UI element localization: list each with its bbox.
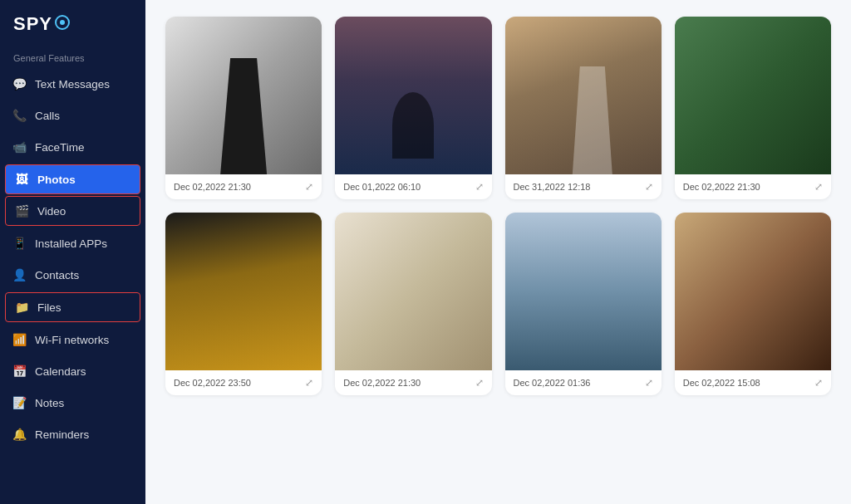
photo-thumb-6[interactable] — [335, 213, 491, 370]
photo-timestamp-2: Dec 01,2022 06:10 — [343, 182, 421, 192]
sidebar-item-facetime[interactable]: 📹FaceTime — [0, 131, 145, 163]
sidebar-items-container: 💬Text Messages📞Calls📹FaceTime🖼Photos🎬Vid… — [0, 68, 145, 450]
sidebar-item-reminders[interactable]: 🔔Reminders — [0, 418, 145, 450]
photo-timestamp-7: Dec 02,2022 01:36 — [514, 378, 591, 388]
reminders-icon: 🔔 — [12, 427, 27, 442]
main-content: Dec 02,2022 21:30⤢Dec 01,2022 06:10⤢Dec … — [145, 0, 851, 504]
sidebar-item-label-photos: Photos — [37, 174, 76, 186]
photo-expand-icon-3[interactable]: ⤢ — [645, 181, 653, 193]
photo-timestamp-1: Dec 02,2022 21:30 — [174, 182, 251, 192]
sidebar-item-photos[interactable]: 🖼Photos — [5, 164, 140, 194]
logo-text: SPY — [13, 13, 52, 35]
photo-footer-2: Dec 01,2022 06:10⤢ — [335, 174, 491, 199]
photo-footer-7: Dec 02,2022 01:36⤢ — [505, 370, 662, 395]
sidebar-item-label-wifi-networks: Wi-Fi networks — [35, 334, 109, 346]
sidebar-item-label-video: Video — [37, 205, 66, 218]
text-messages-icon: 💬 — [12, 76, 27, 91]
photos-grid: Dec 02,2022 21:30⤢Dec 01,2022 06:10⤢Dec … — [165, 17, 831, 395]
photo-card-5: Dec 02,2022 23:50⤢ — [165, 213, 322, 395]
photo-timestamp-5: Dec 02,2022 23:50 — [174, 378, 251, 388]
photo-footer-6: Dec 02,2022 21:30⤢ — [335, 370, 491, 395]
photo-expand-icon-6[interactable]: ⤢ — [475, 377, 484, 389]
sidebar-item-label-calendars: Calendars — [35, 365, 86, 378]
logo-icon — [55, 15, 70, 30]
photo-thumb-7[interactable] — [505, 213, 662, 370]
sidebar-item-label-reminders: Reminders — [35, 428, 89, 441]
photo-expand-icon-2[interactable]: ⤢ — [475, 181, 484, 193]
photo-footer-3: Dec 31,2022 12:18⤢ — [505, 174, 662, 199]
sidebar-item-label-facetime: FaceTime — [35, 141, 85, 154]
photo-card-2: Dec 01,2022 06:10⤢ — [335, 17, 491, 199]
sidebar-item-video[interactable]: 🎬Video — [5, 196, 140, 226]
photo-card-8: Dec 02,2022 15:08⤢ — [675, 213, 831, 395]
sidebar-item-label-files: Files — [37, 301, 61, 314]
photo-card-3: Dec 31,2022 12:18⤢ — [505, 17, 662, 199]
photo-expand-icon-4[interactable]: ⤢ — [814, 181, 823, 193]
photo-thumb-3[interactable] — [505, 17, 662, 174]
photo-expand-icon-8[interactable]: ⤢ — [814, 377, 823, 389]
calendars-icon: 📅 — [12, 364, 27, 379]
sidebar-item-label-notes: Notes — [35, 397, 64, 409]
sidebar-item-calendars[interactable]: 📅Calendars — [0, 355, 145, 387]
sidebar-item-contacts[interactable]: 👤Contacts — [0, 259, 145, 291]
files-icon: 📁 — [14, 300, 29, 315]
photo-footer-8: Dec 02,2022 15:08⤢ — [675, 370, 831, 395]
app-logo: SPY — [0, 0, 145, 45]
photo-card-6: Dec 02,2022 21:30⤢ — [335, 213, 491, 395]
photo-timestamp-3: Dec 31,2022 12:18 — [514, 182, 591, 192]
photo-expand-icon-1[interactable]: ⤢ — [305, 181, 313, 193]
sidebar-item-files[interactable]: 📁Files — [5, 292, 140, 322]
sidebar-item-label-contacts: Contacts — [35, 269, 79, 281]
photo-thumb-2[interactable] — [335, 17, 491, 174]
photo-timestamp-8: Dec 02,2022 15:08 — [683, 378, 760, 388]
photo-thumb-8[interactable] — [675, 213, 831, 370]
notes-icon: 📝 — [12, 395, 27, 410]
photo-thumb-1[interactable] — [165, 17, 322, 174]
photo-timestamp-4: Dec 02,2022 21:30 — [683, 182, 760, 192]
photo-card-1: Dec 02,2022 21:30⤢ — [165, 17, 322, 199]
sidebar-item-notes[interactable]: 📝Notes — [0, 387, 145, 418]
contacts-icon: 👤 — [12, 267, 27, 282]
photo-card-7: Dec 02,2022 01:36⤢ — [505, 213, 662, 395]
sidebar-item-label-installed-apps: Installed APPs — [35, 237, 107, 250]
facetime-icon: 📹 — [12, 139, 27, 154]
sidebar-section-label: General Features — [0, 45, 145, 68]
sidebar-item-calls[interactable]: 📞Calls — [0, 100, 145, 131]
calls-icon: 📞 — [12, 108, 27, 123]
photo-expand-icon-5[interactable]: ⤢ — [305, 377, 313, 389]
photo-card-4: Dec 02,2022 21:30⤢ — [675, 17, 831, 199]
sidebar-item-installed-apps[interactable]: 📱Installed APPs — [0, 228, 145, 259]
photo-timestamp-6: Dec 02,2022 21:30 — [343, 378, 421, 388]
photo-thumb-4[interactable] — [675, 17, 831, 174]
sidebar-item-label-calls: Calls — [35, 110, 60, 122]
wifi-networks-icon: 📶 — [12, 332, 27, 347]
sidebar-item-label-text-messages: Text Messages — [35, 78, 110, 91]
sidebar-item-text-messages[interactable]: 💬Text Messages — [0, 68, 145, 100]
photo-expand-icon-7[interactable]: ⤢ — [645, 377, 653, 389]
photos-icon: 🖼 — [14, 172, 29, 187]
photo-footer-1: Dec 02,2022 21:30⤢ — [165, 174, 322, 199]
photo-footer-4: Dec 02,2022 21:30⤢ — [675, 174, 831, 199]
photo-thumb-5[interactable] — [165, 213, 322, 370]
sidebar: SPY General Features 💬Text Messages📞Call… — [0, 0, 145, 504]
sidebar-item-wifi-networks[interactable]: 📶Wi-Fi networks — [0, 324, 145, 355]
video-icon: 🎬 — [14, 203, 29, 218]
installed-apps-icon: 📱 — [12, 236, 27, 251]
photo-footer-5: Dec 02,2022 23:50⤢ — [165, 370, 322, 395]
